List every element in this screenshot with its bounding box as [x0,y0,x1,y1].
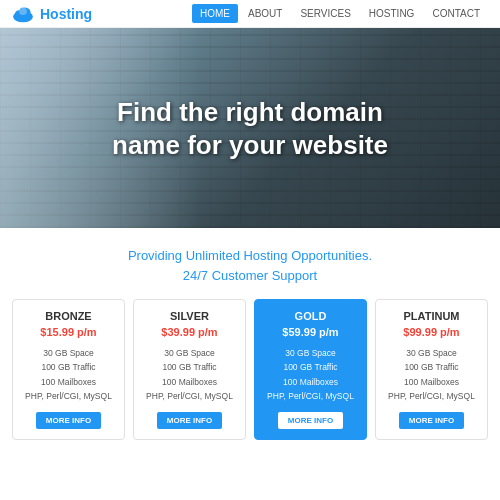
plan-card-platinum: PLATINUM$99.99 p/m30 GB Space100 GB Traf… [375,299,488,440]
subtitle-text: Providing Unlimited Hosting Opportunitie… [20,246,480,285]
more-info-button[interactable]: MORE INFO [278,412,343,429]
plan-price: $59.99 p/m [261,326,360,338]
plan-feature: 100 Mailboxes [382,375,481,389]
header: Hosting HOMEABOUTSERVICESHOSTINGCONTACT [0,0,500,28]
plan-feature: 100 Mailboxes [261,375,360,389]
more-info-button[interactable]: MORE INFO [157,412,222,429]
plan-feature: 30 GB Space [382,346,481,360]
plan-feature: 30 GB Space [19,346,118,360]
more-info-button[interactable]: MORE INFO [399,412,464,429]
plan-feature: 30 GB Space [140,346,239,360]
plan-feature: PHP, Perl/CGI, MySQL [261,389,360,403]
cloud-icon [12,3,34,25]
nav-item-hosting[interactable]: HOSTING [361,4,423,23]
plan-price: $99.99 p/m [382,326,481,338]
plan-name: PLATINUM [382,310,481,322]
plan-name: BRONZE [19,310,118,322]
plan-feature: 100 GB Traffic [140,360,239,374]
nav-item-home[interactable]: HOME [192,4,238,23]
logo-area: Hosting [12,3,92,25]
plan-card-gold: GOLD$59.99 p/m30 GB Space100 GB Traffic1… [254,299,367,440]
plan-card-bronze: BRONZE$15.99 p/m30 GB Space100 GB Traffi… [12,299,125,440]
plan-feature: 100 Mailboxes [19,375,118,389]
main-nav: HOMEABOUTSERVICESHOSTINGCONTACT [192,4,488,23]
subtitle-section: Providing Unlimited Hosting Opportunitie… [0,228,500,299]
plan-feature: PHP, Perl/CGI, MySQL [19,389,118,403]
logo-text: Hosting [40,6,92,22]
plan-feature: PHP, Perl/CGI, MySQL [140,389,239,403]
plan-feature: PHP, Perl/CGI, MySQL [382,389,481,403]
plan-feature: 100 GB Traffic [382,360,481,374]
hero-section: Find the right domain name for your webs… [0,28,500,228]
nav-item-about[interactable]: ABOUT [240,4,290,23]
hero-content: Find the right domain name for your webs… [50,96,450,161]
plan-price: $15.99 p/m [19,326,118,338]
plan-price: $39.99 p/m [140,326,239,338]
hero-title: Find the right domain name for your webs… [50,96,450,161]
plan-feature: 30 GB Space [261,346,360,360]
plan-name: SILVER [140,310,239,322]
nav-item-services[interactable]: SERVICES [292,4,358,23]
plan-feature: 100 GB Traffic [261,360,360,374]
plans-section: BRONZE$15.99 p/m30 GB Space100 GB Traffi… [0,299,500,452]
plan-feature: 100 Mailboxes [140,375,239,389]
nav-item-contact[interactable]: CONTACT [424,4,488,23]
plan-feature: 100 GB Traffic [19,360,118,374]
plan-card-silver: SILVER$39.99 p/m30 GB Space100 GB Traffi… [133,299,246,440]
svg-point-3 [19,7,27,15]
plan-name: GOLD [261,310,360,322]
more-info-button[interactable]: MORE INFO [36,412,101,429]
